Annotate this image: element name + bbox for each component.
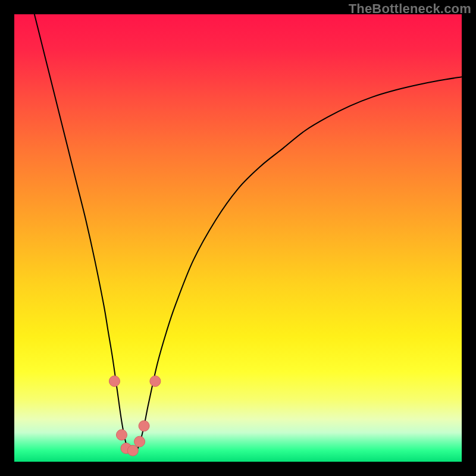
watermark-text: TheBottleneck.com: [349, 1, 471, 17]
data-marker: [109, 376, 120, 387]
chart-frame: [14, 14, 462, 462]
data-marker: [116, 430, 127, 440]
data-marker: [134, 436, 145, 447]
data-marker: [150, 376, 161, 387]
data-marker: [127, 445, 138, 456]
gradient-background: [14, 14, 462, 462]
data-marker: [139, 421, 149, 431]
chart-canvas: [14, 14, 462, 462]
